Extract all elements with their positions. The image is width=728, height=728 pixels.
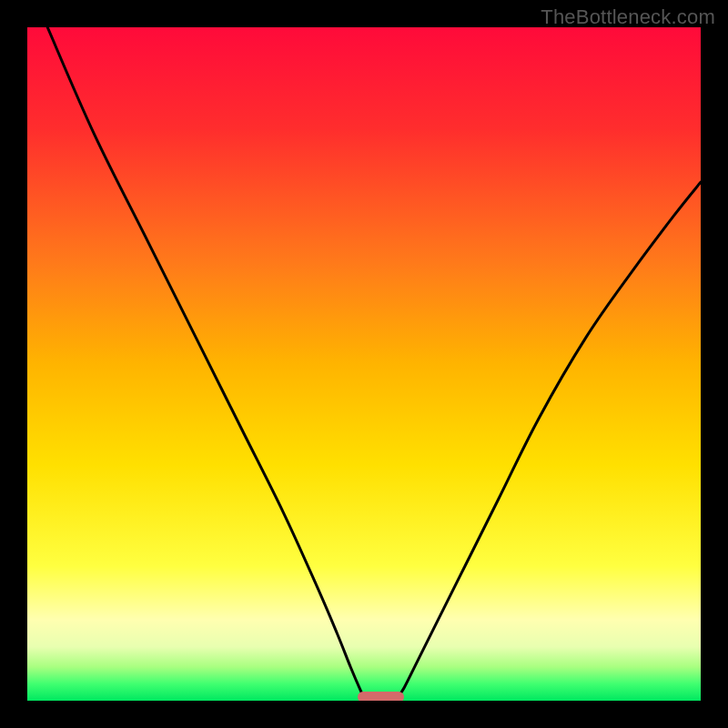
watermark-text: TheBottleneck.com — [541, 5, 715, 29]
bottom-marker — [358, 692, 405, 701]
left-curve — [47, 27, 364, 697]
chart-frame: TheBottleneck.com — [0, 0, 728, 728]
plot-area — [27, 27, 701, 701]
curves-layer — [27, 27, 701, 701]
right-curve — [398, 182, 701, 697]
